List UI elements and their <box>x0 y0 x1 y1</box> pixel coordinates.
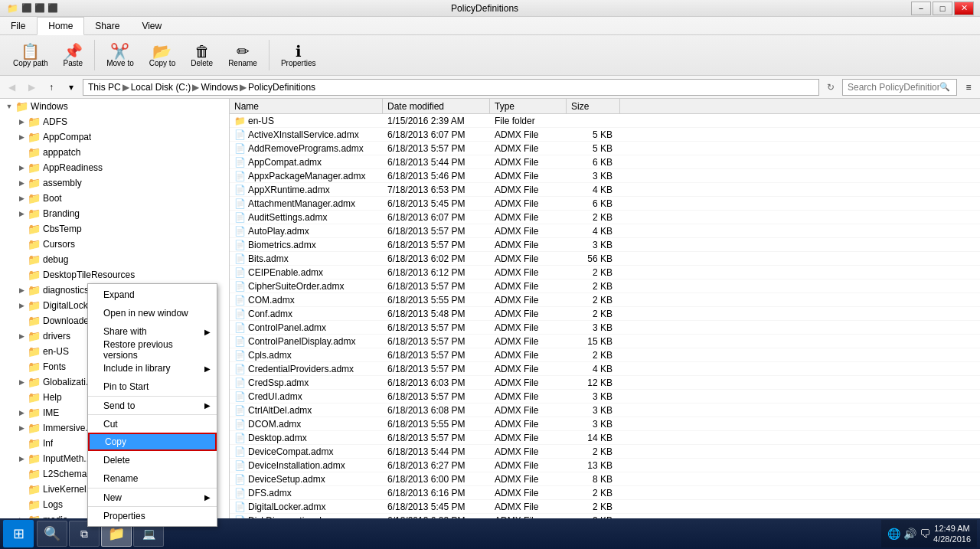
table-row[interactable]: 📄 AppCompat.admx 6/18/2013 5:44 PM ADMX … <box>230 155 980 169</box>
context-menu-item-include-in-library[interactable]: Include in library▶ <box>88 359 217 377</box>
context-menu-item-open-in-new-window[interactable]: Open in new window <box>88 304 217 322</box>
table-row[interactable]: 📄 CredSsp.admx 6/18/2013 6:03 PM ADMX Fi… <box>230 376 980 390</box>
sidebar-item-assembly[interactable]: ▶ 📁 assembly <box>0 175 229 191</box>
search-input[interactable] <box>848 82 939 93</box>
table-row[interactable]: 📄 DeviceInstallation.admx 6/18/2013 6:27… <box>230 459 980 472</box>
col-header-name[interactable]: Name <box>230 99 383 113</box>
crumb-localdisk[interactable]: Local Disk (C:) <box>131 82 191 93</box>
expand-inf[interactable] <box>15 436 28 451</box>
expand-appcompat[interactable]: ▶ <box>15 129 28 145</box>
tab-home[interactable]: Home <box>37 17 84 35</box>
expand-help[interactable] <box>15 390 28 405</box>
sidebar-item-appreadiness[interactable]: ▶ 📁 AppReadiness <box>0 160 229 175</box>
table-row[interactable]: 📄 CtrlAltDel.admx 6/18/2013 6:08 PM ADMX… <box>230 404 980 417</box>
context-menu-item-rename[interactable]: Rename <box>88 469 217 488</box>
ribbon-btn-properties[interactable]: ℹ Properties <box>274 38 323 72</box>
minimize-button[interactable]: − <box>911 2 931 15</box>
refresh-button[interactable]: ↻ <box>822 79 839 96</box>
up-button[interactable]: ↑ <box>43 79 60 96</box>
expand-assembly[interactable]: ▶ <box>15 175 28 191</box>
sidebar-item-cbstemp[interactable]: 📁 CbsTemp <box>0 221 229 237</box>
back-button[interactable]: ◀ <box>3 79 20 96</box>
ribbon-btn-copypath[interactable]: 📋 Copy path <box>6 38 55 72</box>
ribbon-btn-moveto[interactable]: ✂️ Move to <box>100 38 141 72</box>
table-row[interactable]: 📄 ControlPanel.admx 6/18/2013 5:57 PM AD… <box>230 321 980 335</box>
expand-ime[interactable]: ▶ <box>15 405 28 420</box>
table-row[interactable]: 📄 AutoPlay.admx 6/18/2013 5:57 PM ADMX F… <box>230 224 980 238</box>
expand-windows[interactable]: ▼ <box>3 99 15 114</box>
context-menu-item-send-to[interactable]: Send to▶ <box>88 396 217 414</box>
ribbon-btn-paste[interactable]: 📌 Paste <box>57 38 90 72</box>
sidebar-item-branding[interactable]: ▶ 📁 Branding <box>0 206 229 221</box>
expand-debug[interactable] <box>15 252 28 267</box>
expand-drivers[interactable]: ▶ <box>15 328 28 344</box>
sidebar-item-boot[interactable]: ▶ 📁 Boot <box>0 191 229 206</box>
col-header-size[interactable]: Size <box>567 99 620 113</box>
expand-livekernel[interactable] <box>15 482 28 497</box>
table-row[interactable]: 📄 Cpls.admx 6/18/2013 5:57 PM ADMX File … <box>230 348 980 362</box>
context-menu-item-properties[interactable]: Properties <box>88 506 217 524</box>
expand-diagnostics[interactable]: ▶ <box>15 283 28 298</box>
context-menu-item-share-with[interactable]: Share with▶ <box>88 322 217 341</box>
table-row[interactable]: 📁 en-US 1/15/2016 2:39 AM File folder <box>230 114 980 128</box>
expand-desktoptile[interactable] <box>15 267 28 283</box>
expand-l2schema[interactable] <box>15 466 28 482</box>
sidebar-item-debug[interactable]: 📁 debug <box>0 252 229 267</box>
table-row[interactable]: 📄 COM.admx 6/18/2013 5:55 PM ADMX File 2… <box>230 293 980 307</box>
context-menu-item-cut[interactable]: Cut <box>88 414 217 433</box>
crumb-policydefinitions[interactable]: PolicyDefinitions <box>248 82 315 93</box>
context-menu-item-delete[interactable]: Delete <box>88 451 217 469</box>
tray-time[interactable]: 12:49 AM 4/28/2016 <box>933 523 971 545</box>
tab-view[interactable]: View <box>131 17 173 34</box>
tray-network-icon[interactable]: 🌐 <box>887 528 900 540</box>
expand-cbstemp[interactable] <box>15 221 28 237</box>
expand-fonts[interactable] <box>15 359 28 374</box>
table-row[interactable]: 📄 DigitalLocker.admx 6/18/2013 5:45 PM A… <box>230 500 980 514</box>
start-button[interactable]: ⊞ <box>3 520 34 547</box>
tray-action-center-icon[interactable]: 🗨 <box>920 528 930 540</box>
sidebar-item-apppatch[interactable]: 📁 apppatch <box>0 145 229 160</box>
expand-adfs[interactable]: ▶ <box>15 114 28 129</box>
col-header-type[interactable]: Type <box>490 99 567 113</box>
sidebar-item-cursors[interactable]: 📁 Cursors <box>0 237 229 252</box>
close-button[interactable]: ✕ <box>954 2 974 15</box>
sidebar-item-adfs[interactable]: ▶ 📁 ADFS <box>0 114 229 129</box>
expand-logs[interactable] <box>15 497 28 512</box>
taskbar-btn-search[interactable]: 🔍 <box>37 521 67 547</box>
table-row[interactable]: 📄 AuditSettings.admx 6/18/2013 6:07 PM A… <box>230 211 980 224</box>
ribbon-btn-delete[interactable]: 🗑 Delete <box>184 38 220 72</box>
table-row[interactable]: 📄 DFS.admx 6/18/2013 6:16 PM ADMX File 2… <box>230 486 980 500</box>
crumb-thispc[interactable]: This PC <box>88 82 121 93</box>
expand-inputmeth[interactable]: ▶ <box>15 451 28 466</box>
expand-boot[interactable]: ▶ <box>15 191 28 206</box>
col-header-date[interactable]: Date modified <box>383 99 490 113</box>
tray-volume-icon[interactable]: 🔊 <box>903 528 916 540</box>
context-menu-item-expand[interactable]: Expand <box>88 286 217 304</box>
table-row[interactable]: 📄 CEIPEnable.admx 6/18/2013 6:12 PM ADMX… <box>230 266 980 279</box>
ribbon-btn-copyto[interactable]: 📂 Copy to <box>142 38 182 72</box>
expand-appreadiness[interactable]: ▶ <box>15 160 28 175</box>
change-view-button[interactable]: ≡ <box>960 79 977 96</box>
ribbon-btn-rename[interactable]: ✏ Rename <box>221 38 264 72</box>
sidebar-item-windows[interactable]: ▼ 📁 Windows <box>0 99 229 114</box>
table-row[interactable]: 📄 DeviceCompat.admx 6/18/2013 5:44 PM AD… <box>230 445 980 459</box>
table-row[interactable]: 📄 AttachmentManager.admx 6/18/2013 5:45 … <box>230 197 980 211</box>
table-row[interactable]: 📄 DeviceSetup.admx 6/18/2013 6:00 PM ADM… <box>230 472 980 486</box>
context-menu-item-new[interactable]: New▶ <box>88 488 217 506</box>
table-row[interactable]: 📄 Desktop.admx 6/18/2013 5:57 PM ADMX Fi… <box>230 431 980 445</box>
expand-downloaded[interactable] <box>15 313 28 328</box>
table-row[interactable]: 📄 CredUI.admx 6/18/2013 5:57 PM ADMX Fil… <box>230 390 980 404</box>
expand-immersive[interactable]: ▶ <box>15 420 28 436</box>
expand-cursors[interactable] <box>15 237 28 252</box>
context-menu-item-pin-to-start[interactable]: Pin to Start <box>88 377 217 396</box>
address-path[interactable]: This PC ▶ Local Disk (C:) ▶ Windows ▶ Po… <box>83 79 819 96</box>
table-row[interactable]: 📄 AppXRuntime.admx 7/18/2013 6:53 PM ADM… <box>230 183 980 197</box>
table-row[interactable]: 📄 ActiveXInstallService.admx 6/18/2013 6… <box>230 128 980 142</box>
context-menu-item-restore-previous-versions[interactable]: Restore previous versions <box>88 341 217 359</box>
crumb-windows[interactable]: Windows <box>201 82 238 93</box>
tab-share[interactable]: Share <box>84 17 131 34</box>
recent-locations-button[interactable]: ▾ <box>63 79 80 96</box>
table-row[interactable]: 📄 CipherSuiteOrder.admx 6/18/2013 5:57 P… <box>230 279 980 293</box>
expand-branding[interactable]: ▶ <box>15 206 28 221</box>
expand-digitallocker[interactable]: ▶ <box>15 298 28 313</box>
